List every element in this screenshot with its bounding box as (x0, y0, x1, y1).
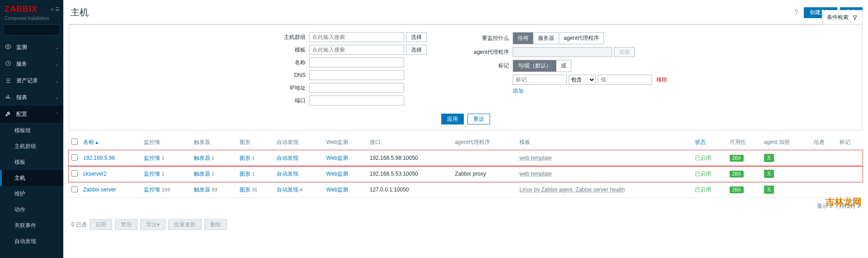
web-link[interactable]: Web监测 (326, 171, 348, 177)
help-icon[interactable]: ? (794, 9, 798, 17)
hostgroup-select-btn[interactable]: 选择 (406, 32, 427, 42)
svg-rect-4 (6, 96, 7, 99)
mass-enable-button[interactable]: 启用 (90, 219, 112, 230)
table-row: Zabbix server 监控项 159 触发器 93 图形 31 自动发现 … (69, 182, 863, 198)
triggers-count: 1 (212, 171, 214, 177)
availability-badge: ZBX (730, 155, 744, 162)
tags-andor[interactable]: 与/或（默认） (513, 60, 557, 72)
template-input[interactable] (309, 45, 404, 55)
status-link[interactable]: 已启用 (695, 171, 711, 177)
status-link[interactable]: 已启用 (695, 155, 711, 161)
sub-template-groups[interactable]: 模板组 (0, 123, 63, 139)
mass-disable-button[interactable]: 禁用 (115, 219, 137, 230)
svg-rect-5 (8, 95, 9, 99)
mass-export-button[interactable]: 导出 ▾ (140, 219, 165, 230)
sub-hosts[interactable]: 主机 (0, 170, 63, 186)
items-link[interactable]: 监控项 (144, 171, 160, 177)
dns-label: DNS (264, 72, 309, 78)
filter-apply-button[interactable]: 应用 (441, 114, 464, 124)
web-link[interactable]: Web监测 (326, 186, 348, 193)
template-select-btn[interactable]: 选择 (406, 45, 427, 55)
svg-point-2 (7, 46, 9, 48)
watermark: 吉林龙网 (826, 196, 862, 208)
nav-monitoring[interactable]: 监测 ⌄ (0, 39, 63, 56)
graphs-count: 1 (252, 171, 255, 177)
nav-label: 配置 (16, 110, 27, 118)
port-input[interactable] (309, 96, 404, 105)
graphs-count: 1 (252, 155, 255, 161)
col-web: Web监测 (324, 135, 367, 150)
sub-discovery[interactable]: 自动发现 (0, 234, 63, 249)
list-icon: ☰ (5, 78, 12, 84)
host-name-link[interactable]: 192.168.5.98 (83, 155, 115, 161)
col-status[interactable]: 状态 (692, 135, 726, 150)
host-name-link[interactable]: ckserver2 (83, 171, 107, 177)
triggers-count: 93 (212, 187, 217, 192)
graphs-link[interactable]: 图形 (240, 155, 250, 161)
template-link[interactable]: web template (519, 171, 552, 177)
name-label: 名称 (264, 59, 309, 67)
template-link[interactable]: Linux by Zabbix agent, Zabbix server hea… (519, 186, 625, 193)
graphs-link[interactable]: 图形 (240, 186, 250, 193)
nav-inventory[interactable]: ☰资产记录 ⌄ (0, 72, 63, 89)
sub-templates[interactable]: 模板 (0, 154, 63, 170)
triggers-link[interactable]: 触发器 (194, 186, 210, 193)
sidebar-collapse-icon[interactable]: « ☰ (51, 6, 60, 12)
monitor-proxy[interactable]: agent代理程序 (559, 33, 604, 44)
availability-badge: ZBX (730, 171, 744, 177)
host-name-link[interactable]: Zabbix server (83, 186, 116, 193)
discovery-link[interactable]: 自动发现 (277, 186, 298, 193)
hostgroup-input[interactable] (309, 32, 404, 42)
sub-actions[interactable]: 动作 (0, 202, 63, 218)
port-label: 端口 (264, 97, 309, 105)
nav-configuration[interactable]: 配置 ⌃ (0, 106, 63, 123)
monitor-label: 要监控什么 (467, 34, 513, 42)
web-link[interactable]: Web监测 (326, 155, 348, 161)
filter-toggle[interactable]: 条件检索 (822, 10, 863, 24)
mass-delete-button[interactable]: 删除 (204, 219, 227, 230)
proxy-cell: Zabbix proxy (452, 166, 517, 182)
nav-label: 报表 (16, 94, 27, 101)
chevron-down-icon: ⌄ (55, 45, 59, 50)
graphs-link[interactable]: 图形 (240, 171, 250, 177)
monitor-segment: 任何 服务器 agent代理程序 (513, 32, 604, 44)
name-input[interactable] (309, 57, 404, 67)
status-link[interactable]: 已启用 (695, 186, 711, 193)
nav-reports[interactable]: 报表 ⌄ (0, 89, 63, 106)
tag-remove-link[interactable]: 移除 (656, 76, 667, 84)
discovery-link[interactable]: 自动发现 (277, 155, 298, 161)
chart-icon (5, 94, 12, 101)
items-link[interactable]: 监控项 (144, 155, 160, 161)
monitor-server[interactable]: 服务器 (533, 33, 559, 44)
row-checkbox[interactable] (71, 186, 78, 192)
tag-add-link[interactable]: 添加 (513, 87, 524, 95)
sub-correlation[interactable]: 关联事件 (0, 218, 63, 234)
nav-services[interactable]: 服务 ⌄ (0, 56, 63, 72)
items-link[interactable]: 监控项 (144, 186, 160, 193)
sub-maintenance[interactable]: 维护 (0, 186, 63, 202)
tag-val-input[interactable] (598, 75, 652, 85)
encryption-badge: 无 (764, 186, 774, 194)
select-all-checkbox[interactable] (71, 139, 78, 145)
triggers-link[interactable]: 触发器 (194, 171, 210, 177)
mass-update-button[interactable]: 批量更新 (168, 219, 202, 230)
monitor-any[interactable]: 任何 (513, 33, 533, 44)
template-link[interactable]: web template (519, 155, 552, 161)
filter-reset-button[interactable]: 重设 (467, 114, 490, 124)
row-checkbox[interactable] (71, 170, 78, 177)
col-name[interactable]: 名称 ▴ (80, 135, 141, 150)
tag-op-select[interactable]: 包含 (569, 75, 596, 85)
sidebar: ZABBIX « ☰ Composed installation 监测 ⌄ 服务… (0, 0, 63, 258)
brand-subtitle: Composed installation (0, 16, 63, 24)
triggers-link[interactable]: 触发器 (194, 155, 210, 161)
sub-host-groups[interactable]: 主机群组 (0, 139, 63, 154)
sidebar-search[interactable] (4, 24, 60, 35)
tags-or[interactable]: 或 (557, 60, 571, 72)
proxy-cell (452, 182, 517, 198)
discovery-link[interactable]: 自动发现 (277, 171, 298, 177)
row-checkbox[interactable] (71, 154, 78, 161)
tag-key-input[interactable] (513, 75, 567, 85)
dns-input[interactable] (309, 70, 404, 80)
ip-input[interactable] (309, 83, 404, 93)
chevron-down-icon: ⌄ (55, 62, 59, 67)
